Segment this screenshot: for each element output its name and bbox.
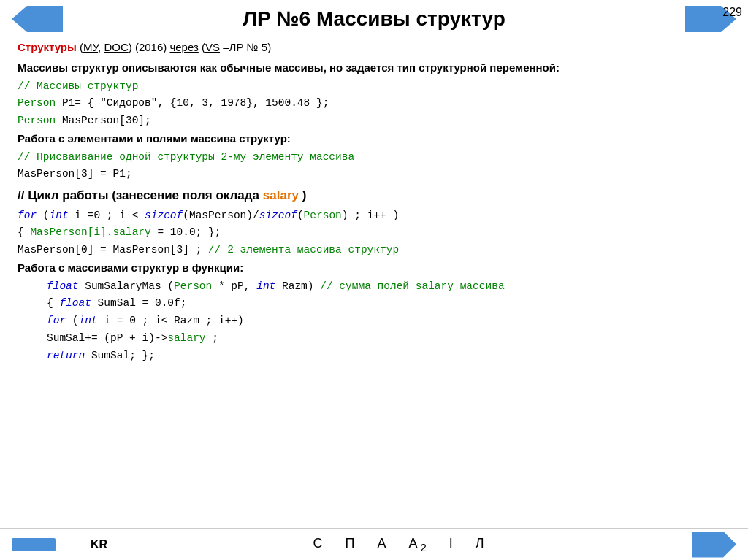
func-line5: return SumSal; }; xyxy=(18,348,730,364)
footer-left: KR xyxy=(12,538,107,551)
code-comment-2: // Присваивание одной структуры 2-му эле… xyxy=(18,150,730,166)
code-line-masperson: Person MasPerson[30]; xyxy=(18,113,730,129)
for-loop-line: for (int i =0 ; i < sizeof(MasPerson)/si… xyxy=(18,208,730,224)
subtitle-red: Структуры xyxy=(18,41,77,53)
subtitle: Структуры (МУ, DOC) (2016) через (VS –ЛР… xyxy=(18,39,730,55)
salary-keyword: salary xyxy=(263,188,299,202)
code-line-p1: Person P1= { "Сидоров", {10, 3, 1978}, 1… xyxy=(18,96,730,112)
content-area: Структуры (МУ, DOC) (2016) через (VS –ЛР… xyxy=(0,35,748,369)
func-line2: { float SumSal = 0.0f; xyxy=(18,296,730,312)
cycle-heading-end: ) xyxy=(299,188,306,202)
cycle-heading-text: // Цикл работы (занесение поля оклада xyxy=(18,188,263,202)
code-comment-1: // Массивы структур xyxy=(18,79,730,95)
func-line3: for (int i = 0 ; i< Razm ; i++) xyxy=(18,313,730,329)
footer: KR С П А А2 І Л xyxy=(0,528,748,560)
code-assign: MasPerson[3] = P1; xyxy=(18,166,730,183)
func-line1: float SumSalaryMas (Person * pP, int Raz… xyxy=(18,279,730,295)
intro-text: Массивы структур описываются как обычные… xyxy=(18,60,730,76)
page: ЛР №6 Массивы структур 229 Структуры (МУ… xyxy=(0,0,748,560)
function-heading: Работа с массивами структур в функции: xyxy=(18,260,730,276)
nav-left-arrow[interactable] xyxy=(12,6,63,32)
footer-scroll-bar[interactable] xyxy=(12,538,56,551)
assignment-line: MasPerson[0] = MasPerson[3] ; // 2 элеме… xyxy=(18,242,730,258)
page-title: ЛР №6 Массивы структур xyxy=(63,7,685,31)
for-body-line: { MasPerson[i].salary = 10.0; }; xyxy=(18,225,730,241)
footer-nav-text: С П А А2 І Л xyxy=(313,536,486,553)
work-heading: Работа с элементами и полями массива стр… xyxy=(18,131,730,147)
footer-nav-right-arrow[interactable] xyxy=(692,532,736,558)
subtitle-links: (МУ, DOC) (2016) через (VS –ЛР № 5) xyxy=(80,41,271,53)
cycle-heading: // Цикл работы (занесение поля оклада sa… xyxy=(18,187,730,205)
header: ЛР №6 Массивы структур xyxy=(0,0,748,35)
page-number: 229 xyxy=(722,6,742,19)
func-line4: SumSal+= (pP + i)->salary ; xyxy=(18,331,730,347)
footer-kr-label: KR xyxy=(91,538,107,551)
